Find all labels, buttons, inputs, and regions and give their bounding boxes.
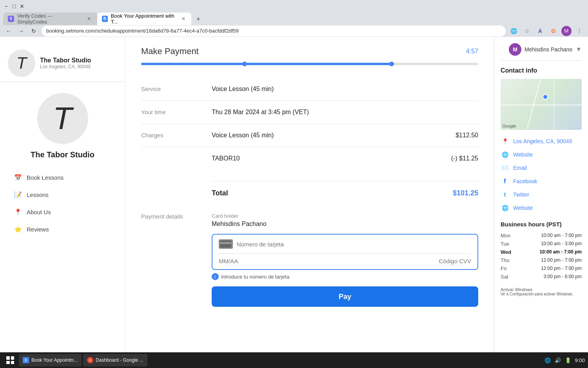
activate-windows-text: Activar Windows: [501, 287, 582, 292]
start-button[interactable]: [3, 353, 17, 367]
taskbar-btn2-label: Dashboard - Google ...: [96, 357, 143, 363]
contact-website-1[interactable]: 🌐 Website: [501, 148, 582, 161]
tabs-bar: V Verify Codes — SimplyCodes ✕ B Book Yo…: [0, 13, 588, 25]
contact-facebook[interactable]: f Facebook: [501, 175, 582, 188]
grammarly-icon[interactable]: G: [548, 26, 559, 36]
refresh-button[interactable]: ↻: [28, 26, 39, 36]
charges-row: Voice Lesson (45 min) $112.50: [212, 132, 478, 139]
hours-day-wed: Wed: [501, 249, 511, 255]
sidebar-item-about-us[interactable]: 📍 About Us: [8, 203, 117, 220]
about-us-label: About Us: [27, 209, 51, 215]
contact-address[interactable]: 📍 Los Angeles, CA, 90049: [501, 135, 582, 148]
close-button[interactable]: ✕: [19, 3, 25, 9]
user-profile-header: M Mehisdins Pachano ▼: [501, 43, 582, 61]
minimize-button[interactable]: −: [3, 3, 9, 9]
tab-book-appointment[interactable]: B Book Your Appointment with T... ✕: [97, 13, 191, 25]
maximize-button[interactable]: □: [11, 3, 17, 9]
hours-mon: Mon 10:00 am - 7:00 pm: [501, 231, 582, 240]
taskbar-book-appointment[interactable]: B Book Your Appointm...: [19, 354, 82, 366]
total-label: Total: [212, 189, 228, 197]
email-link[interactable]: Email: [513, 165, 527, 171]
extensions-icon[interactable]: A: [535, 26, 546, 36]
progress-dot-1: [242, 62, 247, 66]
sidebar-item-lessons[interactable]: 📝 Lessons: [8, 186, 117, 203]
profile-icon[interactable]: M: [561, 26, 572, 36]
sidebar-item-book-lessons[interactable]: 📅 Book Lessons: [8, 169, 117, 186]
taskbar-system-icons: 🌐 🔊 🔋: [544, 356, 572, 364]
contact-email[interactable]: ✉️ Email: [501, 161, 582, 175]
appointment-time: Thu 28 Mar 2024 at 3:45 pm (VET): [212, 109, 478, 116]
hours-time-fri: 12:00 pm - 7:00 pm: [541, 266, 582, 271]
win-sq-4: [11, 361, 15, 364]
business-hours-title: Business hours (PST): [501, 221, 582, 228]
card-number-input[interactable]: [237, 241, 471, 248]
contact-twitter[interactable]: t Twitter: [501, 188, 582, 201]
website-link-2[interactable]: Website: [513, 205, 533, 211]
hint-icon: i: [212, 273, 219, 280]
website-icon-1: 🌐: [501, 150, 509, 159]
nav-buttons: ← → ↻: [3, 26, 39, 36]
user-dropdown-icon[interactable]: ▼: [575, 46, 582, 53]
taskbar: B Book Your Appointm... G Dashboard - Go…: [0, 352, 588, 368]
total-row: Total $101.25: [212, 189, 478, 197]
discount-row: TABOR10 (-) $11.25: [212, 155, 478, 162]
service-name: Voice Lesson (45 min): [212, 86, 478, 93]
card-divider: [219, 253, 471, 254]
translate-icon[interactable]: 🌐: [508, 26, 519, 36]
map-location-pin: [543, 94, 548, 100]
taskbar-dashboard[interactable]: G Dashboard - Google ...: [83, 354, 147, 366]
tab-favicon-1: V: [8, 16, 14, 22]
page-header: Make Payment 4:57: [141, 46, 478, 56]
sidebar-navigation: 📅 Book Lessons 📝 Lessons 📍 About Us ⭐ Re…: [0, 169, 125, 238]
menu-icon[interactable]: ⋮: [574, 26, 585, 36]
window-controls[interactable]: − □ ✕: [3, 3, 25, 9]
payment-content: Card holder Mehisdins Pachano: [212, 213, 478, 307]
new-tab-button[interactable]: +: [193, 14, 204, 25]
card-holder-name: Mehisdins Pachano: [212, 220, 478, 228]
sidebar: T The Tabor Studio Los Angeles, CA, 9004…: [0, 37, 125, 352]
hours-time-thu: 12:00 pm - 7:00 pm: [541, 257, 582, 263]
facebook-link[interactable]: Facebook: [513, 178, 537, 184]
tab-verify-codes[interactable]: V Verify Codes — SimplyCodes ✕: [3, 13, 97, 25]
make-payment-title: Make Payment: [141, 46, 199, 56]
windows-logo: [6, 356, 14, 364]
sidebar-item-reviews[interactable]: ⭐ Reviews: [8, 220, 117, 238]
twitter-icon: t: [501, 190, 509, 199]
card-input-box[interactable]: [212, 234, 478, 270]
browser-chrome: − □ ✕ V Verify Codes — SimplyCodes ✕ B B…: [0, 0, 588, 37]
logo-letter: T: [16, 54, 27, 73]
expiry-input[interactable]: [219, 258, 332, 264]
back-button[interactable]: ←: [3, 26, 14, 36]
right-panel: M Mehisdins Pachano ▼ Contact info Googl…: [494, 37, 588, 352]
logo-letter-large: T: [53, 100, 72, 137]
hours-tue: Tue 10:00 am - 3:00 pm: [501, 240, 582, 248]
taskbar-left: B Book Your Appointm... G Dashboard - Go…: [3, 353, 147, 367]
address-link[interactable]: Los Angeles, CA, 90049: [513, 138, 572, 144]
map-background: [501, 79, 582, 130]
tab-close-2[interactable]: ✕: [180, 15, 187, 22]
bookmark-icon[interactable]: ☆: [521, 26, 532, 36]
your-time-value: Thu 28 Mar 2024 at 3:45 pm (VET): [212, 109, 478, 116]
hours-day-tue: Tue: [501, 241, 509, 247]
forward-button[interactable]: →: [16, 26, 27, 36]
cvv-input[interactable]: [358, 258, 471, 264]
charge-item-amount: $112.50: [456, 132, 478, 139]
network-icon[interactable]: 🌐: [544, 356, 552, 364]
title-bar: − □ ✕: [0, 0, 588, 13]
studio-name-large: The Tabor Studio: [31, 150, 94, 159]
taskbar-favicon-2: G: [87, 357, 93, 363]
twitter-link[interactable]: Twitter: [513, 191, 529, 198]
lessons-label: Lessons: [27, 191, 49, 198]
address-bar[interactable]: booking.setmore.com/scheduleappointment/…: [42, 26, 506, 36]
contact-website-2[interactable]: 🌐 Website: [501, 201, 582, 215]
pay-button[interactable]: Pay: [212, 286, 478, 307]
volume-icon[interactable]: 🔊: [554, 356, 562, 364]
tab-close-1[interactable]: ✕: [85, 15, 93, 22]
discount-amount: (-) $11.25: [451, 155, 478, 162]
your-time-label: Your time: [141, 109, 196, 116]
card-hint: i Introduce tu número de tarjeta: [212, 273, 478, 280]
taskbar-right: 🌐 🔊 🔋 9:00: [544, 356, 585, 364]
win-sq-3: [6, 361, 10, 364]
website-link-1[interactable]: Website: [513, 151, 533, 158]
countdown-timer: 4:57: [466, 48, 478, 55]
